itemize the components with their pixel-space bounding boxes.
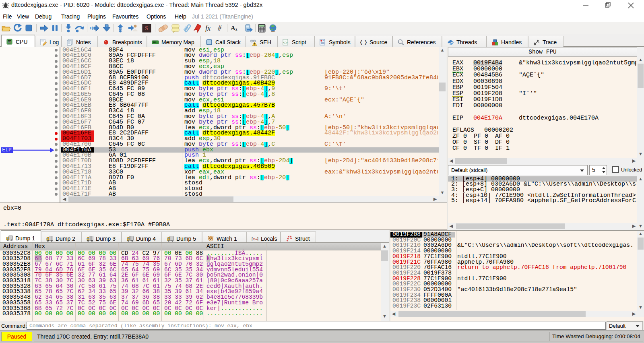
svg-text:S: S [145,25,148,31]
svg-text:<>: <> [283,41,288,45]
svg-text:x: x [253,236,255,241]
svg-text:fx: fx [205,24,211,32]
svg-text:❬❭: ❬❭ [360,39,367,45]
svg-text:#: # [218,24,222,32]
svg-text:32: 32 [8,40,11,43]
svg-text:]: ] [257,236,258,241]
svg-text:z: z [235,27,237,31]
svg-text:A: A [231,25,235,31]
